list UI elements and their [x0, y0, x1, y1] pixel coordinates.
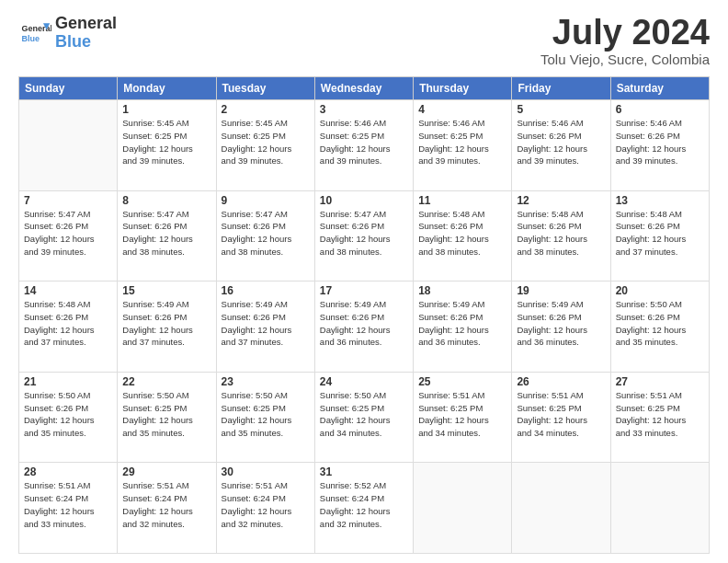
calendar-cell: 11Sunrise: 5:48 AMSunset: 6:26 PMDayligh… [414, 190, 512, 282]
day-info: Sunrise: 5:45 AMSunset: 6:25 PMDaylight:… [122, 117, 210, 167]
svg-text:Blue: Blue [22, 34, 40, 43]
day-number: 3 [320, 103, 408, 116]
calendar-cell [19, 100, 118, 191]
calendar-cell: 26Sunrise: 5:51 AMSunset: 6:25 PMDayligh… [512, 372, 610, 463]
calendar-cell: 15Sunrise: 5:49 AMSunset: 6:26 PMDayligh… [118, 282, 216, 373]
calendar-cell: 7Sunrise: 5:47 AMSunset: 6:26 PMDaylight… [19, 190, 118, 282]
calendar-cell: 30Sunrise: 5:51 AMSunset: 6:24 PMDayligh… [216, 463, 314, 554]
day-info: Sunrise: 5:47 AMSunset: 6:26 PMDaylight:… [320, 208, 408, 259]
day-number: 16 [222, 284, 310, 297]
day-number: 10 [320, 194, 408, 207]
day-info: Sunrise: 5:46 AMSunset: 6:26 PMDaylight:… [517, 117, 605, 167]
day-info: Sunrise: 5:50 AMSunset: 6:25 PMDaylight:… [320, 389, 408, 440]
day-info: Sunrise: 5:52 AMSunset: 6:24 PMDaylight:… [320, 479, 408, 530]
day-number: 8 [122, 194, 210, 207]
logo-icon: General Blue [18, 17, 51, 50]
day-info: Sunrise: 5:51 AMSunset: 6:25 PMDaylight:… [418, 389, 506, 440]
day-number: 19 [517, 284, 605, 297]
day-info: Sunrise: 5:49 AMSunset: 6:26 PMDaylight:… [320, 298, 408, 349]
calendar-cell: 5Sunrise: 5:46 AMSunset: 6:26 PMDaylight… [512, 100, 610, 191]
calendar-cell: 14Sunrise: 5:48 AMSunset: 6:26 PMDayligh… [19, 282, 118, 373]
day-info: Sunrise: 5:49 AMSunset: 6:26 PMDaylight:… [122, 298, 210, 349]
day-info: Sunrise: 5:46 AMSunset: 6:25 PMDaylight:… [418, 117, 506, 167]
logo: General Blue General Blue [18, 15, 117, 52]
calendar-cell: 1Sunrise: 5:45 AMSunset: 6:25 PMDaylight… [118, 100, 216, 191]
day-number: 11 [418, 194, 506, 207]
weekday-header-wednesday: Wednesday [314, 77, 413, 100]
day-info: Sunrise: 5:49 AMSunset: 6:26 PMDaylight:… [222, 298, 310, 349]
page: General Blue General Blue July 2024 Tolu… [0, 0, 728, 563]
day-number: 4 [418, 103, 506, 116]
calendar-cell: 31Sunrise: 5:52 AMSunset: 6:24 PMDayligh… [314, 463, 413, 554]
calendar-week-row: 7Sunrise: 5:47 AMSunset: 6:26 PMDaylight… [19, 190, 710, 282]
day-info: Sunrise: 5:46 AMSunset: 6:25 PMDaylight:… [320, 117, 408, 167]
calendar-cell: 20Sunrise: 5:50 AMSunset: 6:26 PMDayligh… [610, 282, 709, 373]
title-block: July 2024 Tolu Viejo, Sucre, Colombia [540, 15, 710, 67]
calendar-cell [414, 463, 512, 554]
day-info: Sunrise: 5:50 AMSunset: 6:25 PMDaylight:… [122, 389, 210, 440]
day-info: Sunrise: 5:51 AMSunset: 6:25 PMDaylight:… [616, 389, 704, 440]
day-number: 14 [24, 284, 112, 297]
month-year: July 2024 [540, 15, 710, 50]
day-info: Sunrise: 5:48 AMSunset: 6:26 PMDaylight:… [517, 208, 605, 259]
location: Tolu Viejo, Sucre, Colombia [540, 52, 710, 67]
day-number: 31 [320, 465, 408, 478]
day-info: Sunrise: 5:48 AMSunset: 6:26 PMDaylight:… [24, 298, 112, 349]
calendar-cell [512, 463, 610, 554]
calendar-cell: 17Sunrise: 5:49 AMSunset: 6:26 PMDayligh… [314, 282, 413, 373]
day-info: Sunrise: 5:47 AMSunset: 6:26 PMDaylight:… [222, 208, 310, 259]
day-number: 15 [122, 284, 210, 297]
calendar-cell: 6Sunrise: 5:46 AMSunset: 6:26 PMDaylight… [610, 100, 709, 191]
day-info: Sunrise: 5:46 AMSunset: 6:26 PMDaylight:… [616, 117, 704, 167]
calendar-body: 1Sunrise: 5:45 AMSunset: 6:25 PMDaylight… [19, 100, 710, 554]
day-info: Sunrise: 5:51 AMSunset: 6:24 PMDaylight:… [122, 479, 210, 530]
calendar-cell: 2Sunrise: 5:45 AMSunset: 6:25 PMDaylight… [216, 100, 314, 191]
day-number: 13 [616, 194, 704, 207]
calendar-cell: 9Sunrise: 5:47 AMSunset: 6:26 PMDaylight… [216, 190, 314, 282]
calendar-cell: 29Sunrise: 5:51 AMSunset: 6:24 PMDayligh… [118, 463, 216, 554]
weekday-header-sunday: Sunday [19, 77, 118, 100]
calendar-cell: 23Sunrise: 5:50 AMSunset: 6:25 PMDayligh… [216, 372, 314, 463]
day-number: 28 [24, 465, 112, 478]
calendar-table: SundayMondayTuesdayWednesdayThursdayFrid… [18, 76, 710, 554]
day-number: 18 [418, 284, 506, 297]
day-info: Sunrise: 5:51 AMSunset: 6:24 PMDaylight:… [222, 479, 310, 530]
day-number: 24 [320, 375, 408, 388]
day-info: Sunrise: 5:48 AMSunset: 6:26 PMDaylight:… [418, 208, 506, 259]
day-info: Sunrise: 5:50 AMSunset: 6:26 PMDaylight:… [616, 298, 704, 349]
day-number: 22 [122, 375, 210, 388]
weekday-header-saturday: Saturday [610, 77, 709, 100]
day-number: 2 [222, 103, 310, 116]
calendar-cell: 18Sunrise: 5:49 AMSunset: 6:26 PMDayligh… [414, 282, 512, 373]
calendar-cell: 25Sunrise: 5:51 AMSunset: 6:25 PMDayligh… [414, 372, 512, 463]
logo-line1: General [55, 15, 117, 33]
weekday-header-tuesday: Tuesday [216, 77, 314, 100]
calendar-week-row: 21Sunrise: 5:50 AMSunset: 6:26 PMDayligh… [19, 372, 710, 463]
calendar-week-row: 14Sunrise: 5:48 AMSunset: 6:26 PMDayligh… [19, 282, 710, 373]
weekday-header-row: SundayMondayTuesdayWednesdayThursdayFrid… [19, 77, 710, 100]
calendar-cell: 4Sunrise: 5:46 AMSunset: 6:25 PMDaylight… [414, 100, 512, 191]
day-info: Sunrise: 5:51 AMSunset: 6:25 PMDaylight:… [517, 389, 605, 440]
logo-line2: Blue [55, 32, 91, 51]
day-number: 17 [320, 284, 408, 297]
calendar-cell: 27Sunrise: 5:51 AMSunset: 6:25 PMDayligh… [610, 372, 709, 463]
calendar-week-row: 28Sunrise: 5:51 AMSunset: 6:24 PMDayligh… [19, 463, 710, 554]
day-info: Sunrise: 5:48 AMSunset: 6:26 PMDaylight:… [616, 208, 704, 259]
calendar-cell: 28Sunrise: 5:51 AMSunset: 6:24 PMDayligh… [19, 463, 118, 554]
calendar-cell: 10Sunrise: 5:47 AMSunset: 6:26 PMDayligh… [314, 190, 413, 282]
calendar-cell: 3Sunrise: 5:46 AMSunset: 6:25 PMDaylight… [314, 100, 413, 191]
calendar-cell: 13Sunrise: 5:48 AMSunset: 6:26 PMDayligh… [610, 190, 709, 282]
day-number: 23 [222, 375, 310, 388]
calendar-cell [610, 463, 709, 554]
day-number: 1 [122, 103, 210, 116]
day-info: Sunrise: 5:50 AMSunset: 6:25 PMDaylight:… [222, 389, 310, 440]
logo-text: General Blue [55, 15, 117, 52]
day-number: 27 [616, 375, 704, 388]
day-info: Sunrise: 5:47 AMSunset: 6:26 PMDaylight:… [122, 208, 210, 259]
weekday-header-friday: Friday [512, 77, 610, 100]
day-number: 29 [122, 465, 210, 478]
day-info: Sunrise: 5:51 AMSunset: 6:24 PMDaylight:… [24, 479, 112, 530]
calendar-cell: 24Sunrise: 5:50 AMSunset: 6:25 PMDayligh… [314, 372, 413, 463]
day-number: 26 [517, 375, 605, 388]
calendar-cell: 12Sunrise: 5:48 AMSunset: 6:26 PMDayligh… [512, 190, 610, 282]
